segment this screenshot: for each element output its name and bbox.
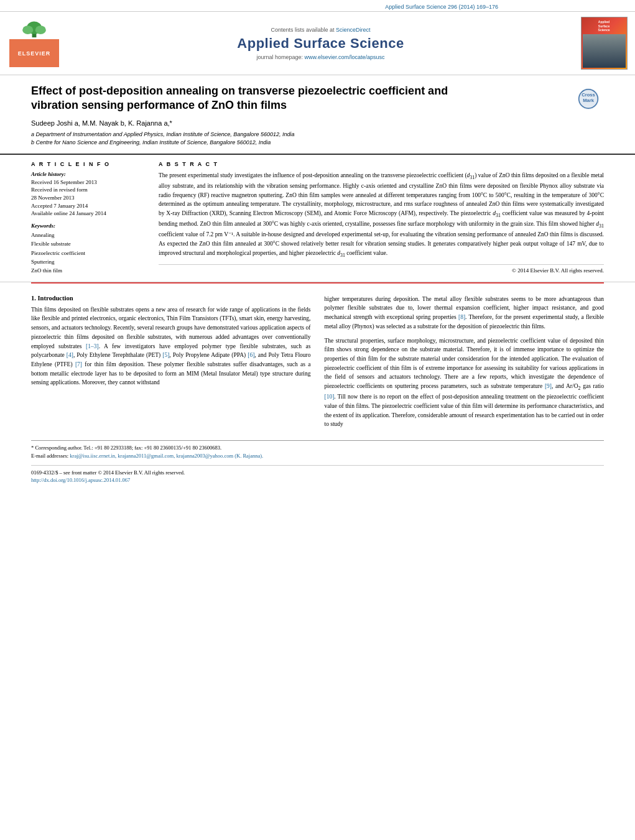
email-line: E-mail addresses: kraj@isu.iisc.ernet.in… bbox=[31, 452, 604, 460]
page-wrapper: Applied Surface Science 296 (2014) 169–1… bbox=[0, 0, 635, 840]
homepage-link[interactable]: www.elsevier.com/locate/apsusc bbox=[305, 54, 385, 60]
main-columns: 1. Introduction Thin films deposited on … bbox=[31, 295, 604, 435]
footer-issn: 0169-4332/$ – see front matter © 2014 El… bbox=[31, 469, 604, 477]
journal-header: ELSEVIER Contents lists available at Sci… bbox=[0, 11, 635, 75]
main-col-right: higher temperatures during deposition. T… bbox=[325, 295, 605, 435]
available-date: Available online 24 January 2014 bbox=[31, 210, 146, 218]
authors-text: Sudeep Joshi a, M.M. Nayak b, K. Rajanna… bbox=[31, 119, 172, 127]
section-divider bbox=[31, 282, 604, 284]
elsevier-name-box: ELSEVIER bbox=[9, 39, 59, 67]
crossmark-icon: Cross Mark bbox=[577, 87, 600, 111]
contents-line: Contents lists available at ScienceDirec… bbox=[271, 27, 370, 33]
journal-cover-image: AppliedSurfaceScience bbox=[579, 17, 629, 70]
journal-ref-text: Applied Surface Science 296 (2014) 169–1… bbox=[385, 4, 498, 10]
crossmark-box: Cross Mark bbox=[573, 84, 604, 111]
section-1-number: 1. bbox=[31, 295, 36, 302]
keywords-label: Keywords: bbox=[31, 223, 146, 229]
article-header-section: Effect of post-deposition annealing on t… bbox=[0, 75, 635, 155]
homepage-line: journal homepage: www.elsevier.com/locat… bbox=[256, 54, 384, 60]
journal-header-center: Contents lists available at ScienceDirec… bbox=[68, 17, 573, 70]
received-revised: Received in revised form28 November 2013 bbox=[31, 186, 146, 201]
copyright-line: © 2014 Elsevier B.V. All rights reserved… bbox=[159, 264, 604, 274]
affiliations: a Department of Instrumentation and Appl… bbox=[31, 131, 573, 147]
history-label: Article history: bbox=[31, 171, 146, 177]
article-info-column: A R T I C L E I N F O Article history: R… bbox=[31, 161, 146, 275]
science-direct-link[interactable]: ScienceDirect bbox=[336, 27, 371, 33]
corresponding-author: * Corresponding author. Tel.: +91 80 229… bbox=[31, 444, 604, 452]
section-1-title: 1. Introduction bbox=[31, 295, 311, 302]
cover-box: AppliedSurfaceScience bbox=[581, 17, 628, 70]
abstract-text: The present experimental study investiga… bbox=[159, 171, 604, 259]
article-title: Effect of post-deposition annealing on t… bbox=[31, 84, 491, 113]
article-history: Article history: Received 16 September 2… bbox=[31, 171, 146, 218]
elsevier-tree-icon bbox=[9, 19, 59, 38]
authors-line: Sudeep Joshi a, M.M. Nayak b, K. Rajanna… bbox=[31, 119, 573, 127]
keywords-section: Keywords: Annealing Flexible substrate P… bbox=[31, 223, 146, 275]
email-addresses[interactable]: kraj@isu.iisc.ernet.in, krajanna2011@gma… bbox=[70, 453, 263, 459]
elsevier-name-text: ELSEVIER bbox=[18, 50, 51, 57]
info-abstract-columns: A R T I C L E I N F O Article history: R… bbox=[31, 161, 604, 275]
affiliation-2: b Centre for Nano Science and Engineerin… bbox=[31, 139, 573, 147]
cover-title: AppliedSurfaceScience bbox=[598, 20, 610, 32]
article-info-left: Effect of post-deposition annealing on t… bbox=[31, 84, 573, 147]
contents-text: Contents lists available at bbox=[271, 27, 334, 33]
journal-title: Applied Surface Science bbox=[237, 35, 404, 52]
received-date: Received 16 September 2013 bbox=[31, 178, 146, 187]
keywords-list: Annealing Flexible substrate Piezoelectr… bbox=[31, 231, 146, 275]
article-info-abstract-section: A R T I C L E I N F O Article history: R… bbox=[0, 155, 635, 282]
footnotes-section: * Corresponding author. Tel.: +91 80 229… bbox=[31, 440, 604, 460]
corresponding-text: * Corresponding author. Tel.: +91 80 229… bbox=[31, 445, 221, 451]
page-footer: 0169-4332/$ – see front matter © 2014 El… bbox=[31, 465, 604, 485]
footer-doi: http://dx.doi.org/10.1016/j.apsusc.2014.… bbox=[31, 476, 604, 484]
accepted-date: Accepted 7 January 2014 bbox=[31, 202, 146, 210]
section-1-col2-para1: higher temperatures during deposition. T… bbox=[325, 295, 605, 331]
svg-point-2 bbox=[22, 25, 33, 34]
abstract-header: A B S T R A C T bbox=[159, 161, 604, 167]
elsevier-logo: ELSEVIER bbox=[6, 17, 62, 70]
main-body: 1. Introduction Thin films deposited on … bbox=[0, 288, 635, 435]
main-col-left: 1. Introduction Thin films deposited on … bbox=[31, 295, 311, 435]
section-1-col1-text: Thin films deposited on flexible substra… bbox=[31, 305, 311, 387]
journal-reference: Applied Surface Science 296 (2014) 169–1… bbox=[0, 0, 635, 11]
abstract-column: A B S T R A C T The present experimental… bbox=[159, 161, 604, 275]
svg-point-3 bbox=[35, 25, 46, 34]
section-1-col2-para2: The structural properties, surface morph… bbox=[325, 336, 605, 430]
homepage-text: journal homepage: bbox=[256, 54, 303, 60]
affiliation-1: a Department of Instrumentation and Appl… bbox=[31, 131, 573, 139]
article-info-header: A R T I C L E I N F O bbox=[31, 161, 146, 167]
svg-text:Mark: Mark bbox=[583, 98, 595, 103]
cover-image-fake bbox=[583, 34, 626, 68]
email-label: E-mail addresses: bbox=[31, 453, 68, 459]
section-1-title-text: Introduction bbox=[38, 295, 73, 302]
article-header-row: Effect of post-deposition annealing on t… bbox=[31, 84, 604, 147]
doi-link[interactable]: http://dx.doi.org/10.1016/j.apsusc.2014.… bbox=[31, 477, 130, 483]
